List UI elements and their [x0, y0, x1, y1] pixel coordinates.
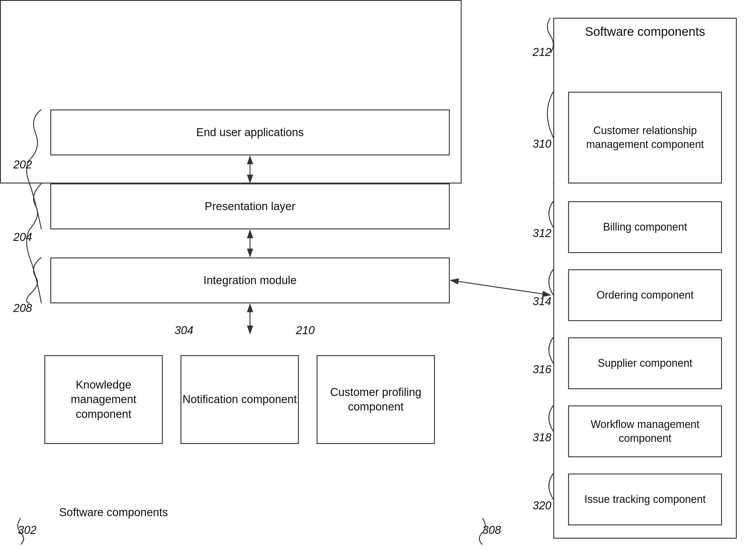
customer-profiling-label: Customer profiling component	[317, 385, 434, 414]
integration-box: Integration module	[50, 257, 450, 303]
sw-outer-box	[0, 0, 462, 183]
ref-314: 314	[533, 295, 551, 308]
issue-box: Issue tracking component	[568, 474, 722, 525]
knowledge-label: Knowledge management component	[45, 378, 162, 421]
notification-label: Notification component	[183, 392, 297, 407]
ref-318: 318	[533, 431, 551, 444]
ref-210: 210	[296, 324, 315, 337]
ref-208: 208	[13, 302, 32, 315]
sw-components-inner-label: Software components	[59, 506, 168, 519]
ordering-box: Ordering component	[568, 269, 722, 321]
customer-profiling-box: Customer profiling component	[317, 355, 435, 444]
supplier-box: Supplier component	[568, 337, 722, 389]
presentation-label: Presentation layer	[205, 199, 295, 214]
crm-label: Customer relationship management compone…	[569, 124, 721, 152]
integration-label: Integration module	[204, 273, 297, 288]
ref-204: 204	[13, 231, 32, 244]
presentation-box: Presentation layer	[50, 183, 450, 229]
issue-label: Issue tracking component	[584, 492, 706, 506]
billing-label: Billing component	[603, 220, 687, 234]
workflow-box: Workflow management component	[568, 405, 722, 457]
sw-right-title: Software components	[553, 24, 737, 40]
knowledge-box: Knowledge management component	[44, 355, 163, 444]
svg-line-5	[451, 280, 550, 295]
ref-212: 212	[533, 46, 551, 59]
ref-308: 308	[482, 524, 501, 537]
ref-304: 304	[175, 324, 193, 337]
end-user-label: End user applications	[196, 125, 304, 140]
billing-box: Billing component	[568, 201, 722, 253]
ref-310: 310	[533, 138, 551, 150]
notification-box: Notification component	[180, 355, 299, 444]
ref-316: 316	[533, 363, 551, 376]
ref-202: 202	[13, 158, 32, 171]
ref-312: 312	[533, 227, 551, 240]
ordering-label: Ordering component	[597, 288, 694, 302]
ref-320: 320	[533, 499, 551, 512]
workflow-label: Workflow management component	[569, 418, 721, 445]
supplier-label: Supplier component	[598, 356, 692, 370]
ref-302: 302	[18, 524, 36, 537]
crm-box: Customer relationship management compone…	[568, 92, 722, 183]
diagram-container: End user applications Presentation layer…	[0, 0, 756, 549]
end-user-box: End user applications	[50, 110, 450, 155]
